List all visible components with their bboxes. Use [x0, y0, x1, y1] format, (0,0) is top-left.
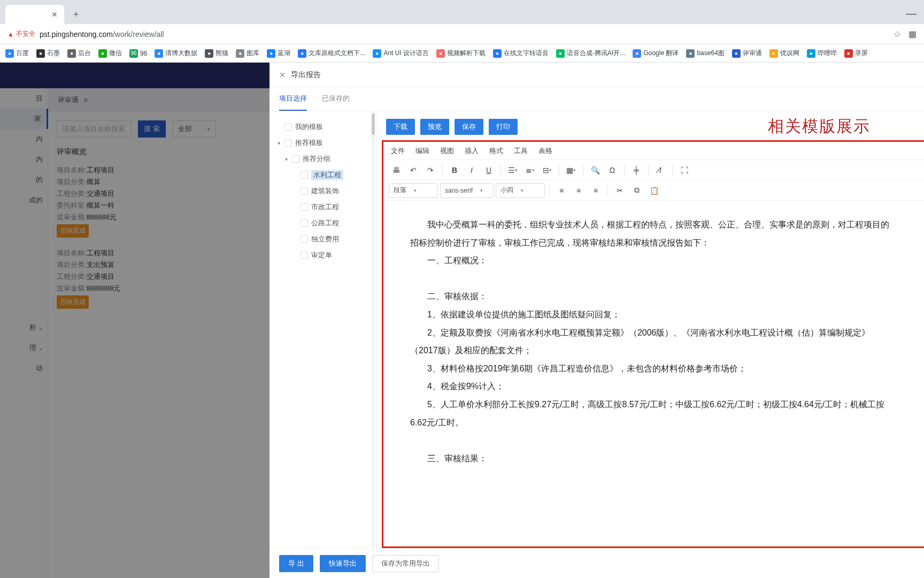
- minimize-icon[interactable]: —: [906, 7, 917, 20]
- tree-node[interactable]: ▾推荐模板: [274, 135, 372, 151]
- modal-tab[interactable]: 已保存的: [322, 87, 350, 111]
- bookmark-item[interactable]: ●哔哩哔: [807, 49, 837, 58]
- fontsize-select[interactable]: 小四▾: [496, 183, 545, 198]
- tree-node[interactable]: ▾推荐分组: [274, 151, 372, 167]
- new-tab-button[interactable]: +: [68, 7, 83, 22]
- bookmark-item[interactable]: ●后台: [67, 49, 91, 58]
- search-icon[interactable]: 🔍: [588, 163, 603, 178]
- menu-item[interactable]: 文件: [391, 146, 405, 156]
- bookmark-item[interactable]: ●评审通: [732, 49, 762, 58]
- tree-node[interactable]: 独立费用: [274, 231, 372, 247]
- bookmark-item[interactable]: ●视频解析下载: [436, 49, 486, 58]
- undo-icon[interactable]: ↶: [406, 163, 421, 178]
- checkbox[interactable]: [301, 187, 308, 195]
- bookmark-icon: 96: [129, 49, 138, 58]
- bold-icon[interactable]: B: [447, 163, 462, 178]
- print-icon[interactable]: 🖶: [389, 163, 404, 178]
- checkbox[interactable]: [301, 219, 308, 227]
- print-button[interactable]: 打印: [489, 119, 518, 135]
- pagebreak-icon[interactable]: ╪: [629, 163, 644, 178]
- bookmark-item[interactable]: ●Ant UI 设计语言: [373, 49, 429, 58]
- close-icon[interactable]: ✕: [279, 71, 286, 79]
- bookmark-item[interactable]: ●熊猫: [205, 49, 228, 58]
- align-center-icon[interactable]: ≡: [571, 183, 586, 198]
- bookmark-item[interactable]: ●图库: [236, 49, 259, 58]
- document-body[interactable]: 我中心受概算一科的委托，组织专业技术人员，根据工程的特点，按照客观、公正、合理、…: [383, 201, 924, 546]
- bookmark-item[interactable]: ●微信: [98, 49, 122, 58]
- bookmark-item[interactable]: ●优设网: [769, 49, 799, 58]
- close-icon[interactable]: ✕: [51, 10, 58, 19]
- tree-node[interactable]: 公路工程: [274, 215, 372, 231]
- bookmark-item[interactable]: ●录屏: [844, 49, 868, 58]
- bookmark-item[interactable]: ●Google 翻译: [633, 49, 679, 58]
- table-icon[interactable]: ▦▾: [564, 163, 579, 178]
- align-right-icon[interactable]: ≡: [588, 183, 603, 198]
- paragraph-select[interactable]: 段落▾: [389, 183, 438, 198]
- extension-icon[interactable]: ▦: [908, 29, 917, 39]
- tree-node[interactable]: 建筑装饰: [274, 183, 372, 199]
- editor-toolbar-1: 🖶 ↶ ↷ B I U ☰▾ ≣▾ ⊟▾ ▦▾ 🔍 Ω: [383, 160, 924, 180]
- tree-node[interactable]: 水利工程: [274, 167, 372, 183]
- bookmark-item[interactable]: ●石墨: [36, 49, 60, 58]
- checkbox[interactable]: [292, 155, 299, 163]
- bookmark-item[interactable]: ●文库原格式文档下...: [298, 49, 365, 58]
- checkbox[interactable]: [301, 171, 308, 179]
- quick-export-button[interactable]: 快速导出: [320, 555, 366, 572]
- bookmark-item[interactable]: ●语音合成-腾讯AI开...: [556, 49, 625, 58]
- font-select[interactable]: sans-serif▾: [440, 183, 494, 198]
- bookmark-item[interactable]: ●清博大数据: [155, 49, 197, 58]
- checkbox[interactable]: [301, 235, 308, 243]
- tree-node[interactable]: 我的模板: [274, 119, 372, 135]
- export-button[interactable]: 导 出: [279, 555, 313, 572]
- underline-icon[interactable]: U: [481, 163, 496, 178]
- bookmark-icon: ●: [807, 49, 815, 58]
- indent-icon[interactable]: ⊟▾: [540, 163, 555, 178]
- italic-icon[interactable]: I: [464, 163, 479, 178]
- checkbox[interactable]: [284, 123, 292, 131]
- align-left-icon[interactable]: ≡: [554, 183, 569, 198]
- menu-item[interactable]: 视图: [440, 146, 454, 156]
- security-warning[interactable]: ▲ 不安全: [7, 29, 35, 39]
- redo-icon[interactable]: ↷: [423, 163, 438, 178]
- address-bar: ▲ 不安全 pst.pingshentong.com/work/review/a…: [0, 24, 924, 44]
- bookmark-item[interactable]: ●base64图: [686, 49, 724, 58]
- checkbox[interactable]: [284, 139, 292, 147]
- cut-icon[interactable]: ✂: [612, 183, 627, 198]
- bookmark-icon: ●: [633, 49, 641, 58]
- editor-frame: 文件编辑视图插入格式工具表格 🖶 ↶ ↷ B I U ☰▾ ≣▾ ⊟▾ ▦▾: [382, 140, 924, 548]
- number-list-icon[interactable]: ≣▾: [522, 163, 537, 178]
- bookmark-icon: ●: [98, 49, 107, 58]
- tree-node[interactable]: 审定单: [274, 247, 372, 263]
- bookmark-item[interactable]: ●蓝湖: [267, 49, 290, 58]
- star-icon[interactable]: ☆: [894, 29, 901, 39]
- save-as-common-button[interactable]: 保存为常用导出: [372, 555, 439, 572]
- menu-item[interactable]: 格式: [489, 146, 503, 156]
- menu-item[interactable]: 表格: [538, 146, 552, 156]
- bookmark-icon: ●: [436, 49, 445, 58]
- preview-button[interactable]: 预览: [420, 119, 449, 135]
- modal-tab[interactable]: 项目选择: [279, 87, 307, 111]
- save-button[interactable]: 保存: [455, 119, 483, 135]
- bookmark-item[interactable]: ●百度: [5, 49, 29, 58]
- omega-icon[interactable]: Ω: [605, 163, 620, 178]
- bookmark-item[interactable]: ●在线文字转语音: [493, 49, 549, 58]
- copy-icon[interactable]: ⧉: [629, 183, 644, 198]
- checkbox[interactable]: [301, 203, 308, 211]
- tree-node[interactable]: 市政工程: [274, 199, 372, 215]
- bookmark-icon: ●: [493, 49, 502, 58]
- url-field[interactable]: pst.pingshentong.com/work/review/all: [40, 30, 894, 39]
- modal-backdrop[interactable]: [0, 63, 270, 578]
- browser-tab[interactable]: ✕: [5, 5, 64, 24]
- menu-item[interactable]: 插入: [465, 146, 479, 156]
- checkbox[interactable]: [301, 252, 308, 259]
- bookmark-item[interactable]: 9696: [129, 49, 147, 58]
- preview-heading: 相关模版展示: [768, 116, 871, 138]
- menu-item[interactable]: 工具: [514, 146, 528, 156]
- scrollbar[interactable]: [372, 111, 375, 548]
- clear-format-icon[interactable]: I̸: [653, 163, 668, 178]
- fullscreen-icon[interactable]: ⛶: [677, 163, 692, 178]
- bullet-list-icon[interactable]: ☰▾: [505, 163, 520, 178]
- menu-item[interactable]: 编辑: [415, 146, 429, 156]
- paste-icon[interactable]: 📋: [646, 183, 661, 198]
- download-button[interactable]: 下载: [386, 119, 415, 135]
